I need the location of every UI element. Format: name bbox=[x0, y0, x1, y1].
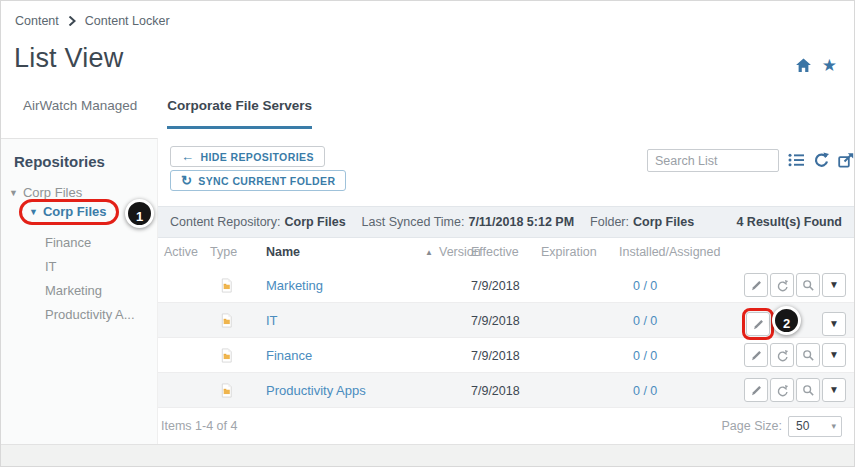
magnifier-icon bbox=[802, 384, 815, 397]
sort-ascending-icon: ▲ bbox=[425, 248, 433, 257]
tab-corporate-file-servers[interactable]: Corporate File Servers bbox=[167, 98, 312, 129]
page-size-control: Page Size: 50 ▾ bbox=[722, 416, 842, 437]
installed-assigned-link[interactable]: 0 / 0 bbox=[633, 279, 657, 293]
sync-current-folder-button[interactable]: ↻ SYNC CURRENT FOLDER bbox=[170, 170, 346, 191]
installed-assigned-link[interactable]: 0 / 0 bbox=[633, 314, 657, 328]
edit-pencil-button[interactable] bbox=[744, 273, 768, 297]
pencil-icon bbox=[752, 318, 765, 331]
magnifier-icon bbox=[802, 349, 815, 362]
breadcrumb: Content Content Locker bbox=[15, 14, 170, 28]
file-name-link[interactable]: IT bbox=[266, 313, 278, 328]
sync-icon: ↻ bbox=[181, 174, 192, 187]
page-title: List View bbox=[14, 43, 123, 74]
column-header-type[interactable]: Type bbox=[210, 245, 237, 259]
tree-item-marketing[interactable]: Marketing bbox=[45, 283, 102, 298]
select-caret-icon: ▾ bbox=[831, 421, 836, 431]
repo-label: Content Repository: bbox=[170, 215, 280, 229]
annotation-outline-step-2 bbox=[742, 308, 774, 340]
repo-value: Corp Files bbox=[284, 215, 345, 229]
file-name-link[interactable]: Productivity Apps bbox=[266, 383, 366, 398]
column-header-effective[interactable]: Effective bbox=[471, 245, 519, 259]
magnifier-icon bbox=[802, 279, 815, 292]
table-row-it: IT 7/9/2018 0 / 0 ▼ 2 bbox=[158, 303, 855, 338]
sync-row-button[interactable] bbox=[770, 273, 794, 297]
breadcrumb-content-locker[interactable]: Content Locker bbox=[85, 14, 170, 28]
page-size-label: Page Size: bbox=[722, 419, 782, 433]
sync-row-button[interactable] bbox=[770, 378, 794, 402]
tree-item-finance[interactable]: Finance bbox=[45, 235, 91, 250]
preview-search-button[interactable] bbox=[796, 378, 820, 402]
more-actions-dropdown-button[interactable]: ▼ bbox=[822, 343, 846, 367]
row-actions: ▼ 2 bbox=[742, 308, 846, 340]
effective-date: 7/9/2018 bbox=[471, 279, 520, 293]
annotation-outline-step-1: ▼Corp Files bbox=[19, 199, 119, 225]
results-count: 4 Result(s) Found bbox=[736, 215, 842, 229]
tree-item-label: Corp Files bbox=[43, 204, 107, 219]
installed-assigned-link[interactable]: 0 / 0 bbox=[633, 384, 657, 398]
more-actions-dropdown-button[interactable]: ▼ bbox=[822, 273, 846, 297]
list-toolbar-icons bbox=[788, 152, 855, 168]
folder-file-icon bbox=[219, 313, 234, 328]
list-view-icon[interactable] bbox=[788, 152, 804, 168]
page-size-select[interactable]: 50 ▾ bbox=[788, 416, 842, 437]
edit-pencil-button[interactable] bbox=[746, 312, 770, 336]
breadcrumb-content[interactable]: Content bbox=[15, 14, 59, 28]
more-actions-dropdown-button[interactable]: ▼ bbox=[822, 378, 846, 402]
row-actions: ▼ bbox=[744, 273, 846, 297]
folder-label: Folder: bbox=[590, 215, 629, 229]
caret-down-icon: ▼ bbox=[829, 385, 839, 395]
column-header-name[interactable]: Name bbox=[266, 245, 300, 259]
synced-value: 7/11/2018 5:12 PM bbox=[468, 215, 574, 229]
search-input[interactable] bbox=[647, 149, 779, 172]
installed-assigned-link[interactable]: 0 / 0 bbox=[633, 349, 657, 363]
file-name-link[interactable]: Marketing bbox=[266, 278, 323, 293]
caret-down-icon: ▼ bbox=[829, 350, 839, 360]
sync-row-button[interactable] bbox=[770, 343, 794, 367]
table-row-productivity-apps: Productivity Apps 7/9/2018 0 / 0 ▼ bbox=[158, 373, 855, 408]
tab-bar: AirWatch Managed Corporate File Servers bbox=[23, 98, 312, 129]
refresh-icon[interactable] bbox=[813, 152, 829, 168]
folder-value: Corp Files bbox=[633, 215, 694, 229]
tree-item-corp-files-selected[interactable]: ▼Corp Files bbox=[19, 199, 119, 225]
sync-circle-icon bbox=[776, 349, 789, 362]
hide-repositories-label: HIDE REPOSITORIES bbox=[200, 151, 313, 163]
chevron-right-icon bbox=[68, 16, 76, 26]
pencil-icon bbox=[750, 349, 763, 362]
title-actions: ★ bbox=[795, 57, 837, 74]
column-header-installed-assigned[interactable]: Installed/Assigned bbox=[619, 245, 720, 259]
tree-item-productivity-apps[interactable]: Productivity A... bbox=[45, 307, 135, 322]
page-background-strip bbox=[1, 444, 855, 467]
edit-pencil-button[interactable] bbox=[744, 378, 768, 402]
row-actions: ▼ bbox=[744, 378, 846, 402]
favorite-star-icon[interactable]: ★ bbox=[822, 57, 837, 74]
arrow-left-icon: ← bbox=[181, 150, 194, 163]
repositories-heading: Repositories bbox=[14, 153, 105, 170]
table-body: Marketing 7/9/2018 0 / 0 ▼ IT 7/9/2018 0… bbox=[158, 268, 855, 408]
column-header-expiration[interactable]: Expiration bbox=[541, 245, 597, 259]
hide-repositories-button[interactable]: ← HIDE REPOSITORIES bbox=[170, 146, 325, 167]
table-footer: Items 1-4 of 4 Page Size: 50 ▾ bbox=[158, 410, 855, 442]
table-row-marketing: Marketing 7/9/2018 0 / 0 ▼ bbox=[158, 268, 855, 303]
content-locker-window: Content Content Locker List View ★ AirWa… bbox=[0, 0, 855, 467]
folder-file-icon bbox=[219, 383, 234, 398]
export-icon[interactable] bbox=[838, 152, 854, 168]
file-name-link[interactable]: Finance bbox=[266, 348, 312, 363]
preview-search-button[interactable] bbox=[796, 273, 820, 297]
sync-current-folder-label: SYNC CURRENT FOLDER bbox=[198, 175, 335, 187]
callout-step-2: 2 bbox=[772, 306, 801, 335]
tree-item-corp-files-root[interactable]: ▼Corp Files bbox=[9, 185, 82, 200]
more-actions-dropdown-button[interactable]: ▼ bbox=[822, 312, 846, 336]
tab-airwatch-managed[interactable]: AirWatch Managed bbox=[23, 98, 137, 129]
pencil-icon bbox=[750, 279, 763, 292]
tree-item-label: Corp Files bbox=[23, 185, 82, 200]
edit-pencil-button[interactable] bbox=[744, 343, 768, 367]
folder-file-icon bbox=[219, 348, 234, 363]
preview-search-button[interactable] bbox=[796, 343, 820, 367]
column-header-active[interactable]: Active bbox=[164, 245, 198, 259]
file-list-panel: ← HIDE REPOSITORIES ↻ SYNC CURRENT FOLDE… bbox=[158, 138, 855, 444]
caret-down-icon: ▼ bbox=[29, 207, 38, 217]
home-icon[interactable] bbox=[795, 57, 812, 74]
pencil-icon bbox=[750, 384, 763, 397]
table-row-finance: Finance 7/9/2018 0 / 0 ▼ bbox=[158, 338, 855, 373]
tree-item-it[interactable]: IT bbox=[45, 259, 57, 274]
